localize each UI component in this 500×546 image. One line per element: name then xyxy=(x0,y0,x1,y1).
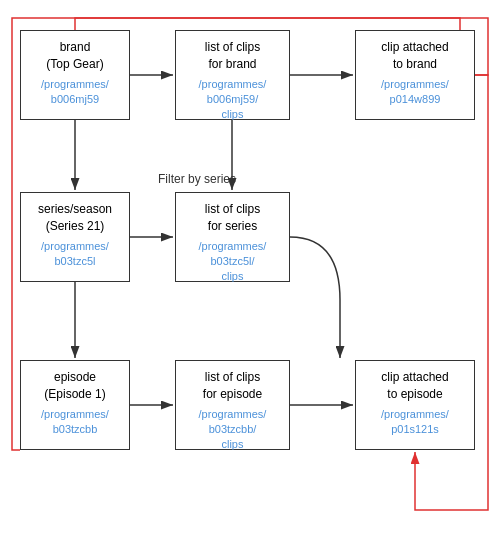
diagram: brand(Top Gear) /programmes/b006mj59 lis… xyxy=(0,0,500,546)
node-brand: brand(Top Gear) /programmes/b006mj59 xyxy=(20,30,130,120)
node-brand-url: /programmes/b006mj59 xyxy=(27,77,123,108)
node-list-clips-brand-url: /programmes/b006mj59/clips xyxy=(182,77,283,123)
red-arrow-top xyxy=(75,18,460,30)
node-list-clips-episode: list of clipsfor episode /programmes/b03… xyxy=(175,360,290,450)
node-list-clips-episode-label: list of clipsfor episode xyxy=(203,370,262,401)
node-clip-episode-url: /programmes/p01s121s xyxy=(362,407,468,438)
node-episode-label: episode(Episode 1) xyxy=(44,370,105,401)
node-brand-label: brand(Top Gear) xyxy=(46,40,103,71)
node-list-clips-series-label: list of clipsfor series xyxy=(205,202,260,233)
node-clip-brand-label: clip attachedto brand xyxy=(381,40,448,71)
node-list-clips-episode-url: /programmes/b03tzcbb/clips xyxy=(182,407,283,453)
arrow-listseries-to-clipepisode xyxy=(290,237,340,358)
node-series: series/season(Series 21) /programmes/b03… xyxy=(20,192,130,282)
node-list-clips-brand-label: list of clipsfor brand xyxy=(205,40,260,71)
node-series-label: series/season(Series 21) xyxy=(38,202,112,233)
node-episode-url: /programmes/b03tzcbb xyxy=(27,407,123,438)
node-clip-brand: clip attachedto brand /programmes/p014w8… xyxy=(355,30,475,120)
node-list-clips-series: list of clipsfor series /programmes/b03t… xyxy=(175,192,290,282)
node-list-clips-brand: list of clipsfor brand /programmes/b006m… xyxy=(175,30,290,120)
node-clip-brand-url: /programmes/p014w899 xyxy=(362,77,468,108)
filter-label: Filter by series xyxy=(158,172,236,186)
node-clip-episode: clip attachedto episode /programmes/p01s… xyxy=(355,360,475,450)
node-episode: episode(Episode 1) /programmes/b03tzcbb xyxy=(20,360,130,450)
node-clip-episode-label: clip attachedto episode xyxy=(381,370,448,401)
node-list-clips-series-url: /programmes/b03tzc5l/clips xyxy=(182,239,283,285)
node-series-url: /programmes/b03tzc5l xyxy=(27,239,123,270)
